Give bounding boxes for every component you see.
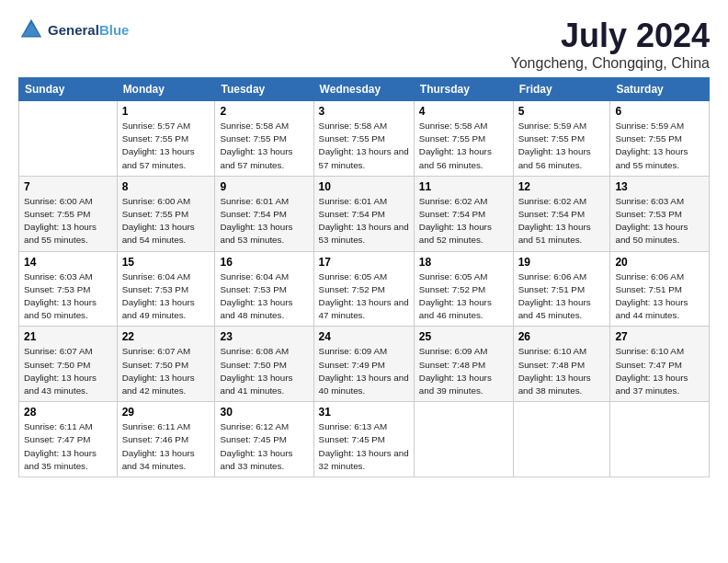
cell-w5-d2: 29 Sunrise: 6:11 AMSunset: 7:46 PMDaylig… [117,402,215,477]
cell-w3-d3: 16 Sunrise: 6:04 AMSunset: 7:53 PMDaylig… [215,251,313,327]
day-info: Sunrise: 6:12 AMSunset: 7:45 PMDaylight:… [220,421,292,471]
day-number: 23 [220,330,308,343]
day-number: 1 [122,105,210,118]
cell-w2-d5: 11 Sunrise: 6:02 AMSunset: 7:54 PMDaylig… [414,176,513,251]
day-info: Sunrise: 6:09 AMSunset: 7:49 PMDaylight:… [319,346,409,396]
cell-w4-d6: 26 Sunrise: 6:10 AMSunset: 7:48 PMDaylig… [513,327,610,402]
col-thursday: Thursday [414,78,513,101]
day-number: 3 [319,105,409,118]
col-saturday: Saturday [610,78,710,101]
day-info: Sunrise: 6:00 AMSunset: 7:55 PMDaylight:… [122,196,195,246]
week-row-2: 7 Sunrise: 6:00 AMSunset: 7:55 PMDayligh… [19,176,710,251]
week-row-4: 21 Sunrise: 6:07 AMSunset: 7:50 PMDaylig… [19,327,710,402]
week-row-3: 14 Sunrise: 6:03 AMSunset: 7:53 PMDaylig… [19,251,710,327]
day-info: Sunrise: 6:01 AMSunset: 7:54 PMDaylight:… [220,196,292,246]
day-number: 20 [615,256,704,269]
cell-w1-d1 [19,101,118,177]
day-info: Sunrise: 6:02 AMSunset: 7:54 PMDaylight:… [518,196,591,246]
cell-w5-d1: 28 Sunrise: 6:11 AMSunset: 7:47 PMDaylig… [19,402,118,477]
day-number: 31 [319,406,409,419]
day-info: Sunrise: 6:05 AMSunset: 7:52 PMDaylight:… [419,271,492,321]
calendar-table: Sunday Monday Tuesday Wednesday Thursday… [18,77,710,477]
col-monday: Monday [117,78,215,101]
day-number: 30 [220,406,308,419]
day-number: 22 [122,330,210,343]
cell-w2-d2: 8 Sunrise: 6:00 AMSunset: 7:55 PMDayligh… [117,176,215,251]
day-number: 4 [419,105,508,118]
day-info: Sunrise: 6:05 AMSunset: 7:52 PMDaylight:… [319,271,409,321]
col-wednesday: Wednesday [313,78,414,101]
cell-w1-d7: 6 Sunrise: 5:59 AMSunset: 7:55 PMDayligh… [610,101,710,177]
day-info: Sunrise: 5:57 AMSunset: 7:55 PMDaylight:… [122,121,195,170]
cell-w1-d6: 5 Sunrise: 5:59 AMSunset: 7:55 PMDayligh… [513,101,610,177]
page-container: GeneralBlue July 2024 Yongcheng, Chongqi… [0,0,728,487]
cell-w1-d3: 2 Sunrise: 5:58 AMSunset: 7:55 PMDayligh… [215,101,313,177]
cell-w4-d1: 21 Sunrise: 6:07 AMSunset: 7:50 PMDaylig… [19,327,118,402]
cell-w1-d5: 4 Sunrise: 5:58 AMSunset: 7:55 PMDayligh… [414,101,513,177]
cell-w3-d4: 17 Sunrise: 6:05 AMSunset: 7:52 PMDaylig… [313,251,414,327]
day-number: 28 [24,406,112,419]
day-info: Sunrise: 5:59 AMSunset: 7:55 PMDaylight:… [518,121,591,170]
day-info: Sunrise: 5:58 AMSunset: 7:55 PMDaylight:… [419,121,492,170]
day-info: Sunrise: 6:02 AMSunset: 7:54 PMDaylight:… [419,196,492,246]
day-number: 18 [419,256,508,269]
day-number: 10 [319,180,409,193]
cell-w4-d3: 23 Sunrise: 6:08 AMSunset: 7:50 PMDaylig… [215,327,313,402]
day-number: 5 [518,105,606,118]
day-number: 8 [122,180,210,193]
cell-w5-d5 [414,402,513,477]
cell-w3-d6: 19 Sunrise: 6:06 AMSunset: 7:51 PMDaylig… [513,251,610,327]
sub-title: Yongcheng, Chongqing, China [511,55,710,72]
day-info: Sunrise: 6:10 AMSunset: 7:47 PMDaylight:… [615,346,688,396]
col-tuesday: Tuesday [215,78,313,101]
cell-w3-d5: 18 Sunrise: 6:05 AMSunset: 7:52 PMDaylig… [414,251,513,327]
day-number: 15 [122,256,210,269]
day-info: Sunrise: 6:00 AMSunset: 7:55 PMDaylight:… [24,196,97,246]
cell-w1-d4: 3 Sunrise: 5:58 AMSunset: 7:55 PMDayligh… [313,101,414,177]
cell-w2-d4: 10 Sunrise: 6:01 AMSunset: 7:54 PMDaylig… [313,176,414,251]
day-info: Sunrise: 6:11 AMSunset: 7:46 PMDaylight:… [122,421,195,471]
day-number: 14 [24,256,112,269]
logo-icon [18,17,44,42]
day-number: 26 [518,330,606,343]
day-info: Sunrise: 6:08 AMSunset: 7:50 PMDaylight:… [220,346,292,396]
day-info: Sunrise: 6:10 AMSunset: 7:48 PMDaylight:… [518,346,591,396]
day-info: Sunrise: 6:07 AMSunset: 7:50 PMDaylight:… [24,346,97,396]
cell-w3-d2: 15 Sunrise: 6:04 AMSunset: 7:53 PMDaylig… [117,251,215,327]
day-info: Sunrise: 6:07 AMSunset: 7:50 PMDaylight:… [122,346,195,396]
day-info: Sunrise: 6:06 AMSunset: 7:51 PMDaylight:… [615,271,688,321]
day-number: 7 [24,180,112,193]
day-info: Sunrise: 6:01 AMSunset: 7:54 PMDaylight:… [319,196,409,246]
day-number: 19 [518,256,606,269]
cell-w4-d4: 24 Sunrise: 6:09 AMSunset: 7:49 PMDaylig… [313,327,414,402]
week-row-1: 1 Sunrise: 5:57 AMSunset: 7:55 PMDayligh… [19,101,710,177]
cell-w2-d7: 13 Sunrise: 6:03 AMSunset: 7:53 PMDaylig… [610,176,710,251]
day-info: Sunrise: 6:09 AMSunset: 7:48 PMDaylight:… [419,346,492,396]
day-number: 9 [220,180,308,193]
day-number: 24 [319,330,409,343]
cell-w4-d2: 22 Sunrise: 6:07 AMSunset: 7:50 PMDaylig… [117,327,215,402]
title-block: July 2024 Yongcheng, Chongqing, China [511,17,710,72]
day-info: Sunrise: 6:04 AMSunset: 7:53 PMDaylight:… [220,271,292,321]
logo-text: GeneralBlue [48,22,129,38]
cell-w5-d3: 30 Sunrise: 6:12 AMSunset: 7:45 PMDaylig… [215,402,313,477]
day-number: 2 [220,105,308,118]
day-number: 27 [615,330,704,343]
cell-w5-d6 [513,402,610,477]
day-number: 11 [419,180,508,193]
day-info: Sunrise: 6:13 AMSunset: 7:45 PMDaylight:… [319,421,409,471]
day-info: Sunrise: 6:03 AMSunset: 7:53 PMDaylight:… [24,271,97,321]
cell-w5-d4: 31 Sunrise: 6:13 AMSunset: 7:45 PMDaylig… [313,402,414,477]
day-info: Sunrise: 6:06 AMSunset: 7:51 PMDaylight:… [518,271,591,321]
day-number: 6 [615,105,704,118]
day-number: 13 [615,180,704,193]
cell-w5-d7 [610,402,710,477]
day-info: Sunrise: 6:03 AMSunset: 7:53 PMDaylight:… [615,196,688,246]
header: GeneralBlue July 2024 Yongcheng, Chongqi… [18,17,710,72]
day-info: Sunrise: 5:58 AMSunset: 7:55 PMDaylight:… [319,121,409,170]
day-info: Sunrise: 5:58 AMSunset: 7:55 PMDaylight:… [220,121,292,170]
main-title: July 2024 [511,17,710,55]
logo: GeneralBlue [18,17,129,42]
day-number: 29 [122,406,210,419]
day-number: 25 [419,330,508,343]
